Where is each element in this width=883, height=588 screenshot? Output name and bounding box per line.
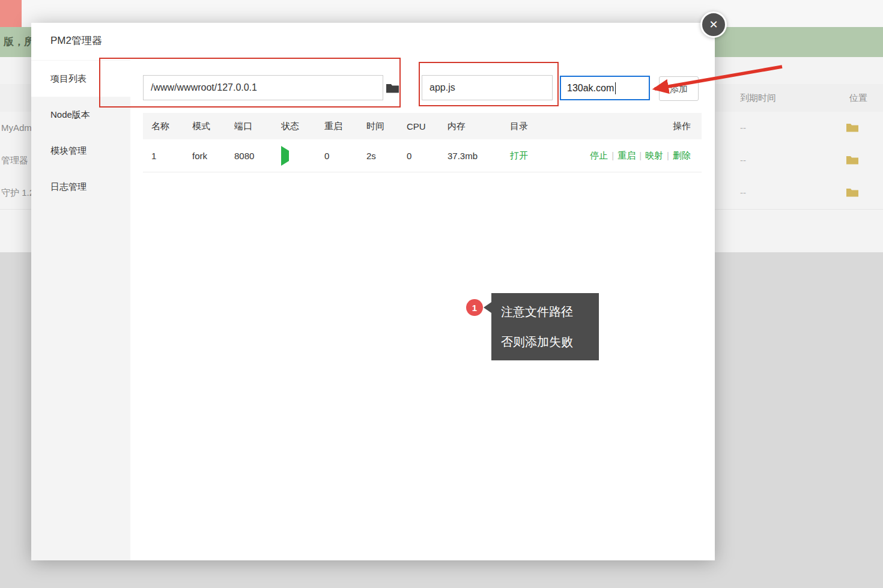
delete-action-link[interactable]: 删除 — [673, 150, 691, 160]
cell-name: 1 — [151, 151, 192, 161]
folder-icon — [846, 187, 859, 198]
bg-row-expire: -- — [740, 177, 746, 209]
cell-memory: 37.3mb — [448, 151, 510, 161]
action-separator: | — [611, 150, 614, 160]
cell-restarts: 0 — [324, 151, 366, 161]
running-status-icon — [281, 146, 289, 166]
restart-action-link[interactable]: 重启 — [617, 150, 636, 160]
bg-row-name: 守护 1.2 — [1, 177, 34, 209]
annotation-step-badge: 1 — [466, 299, 483, 316]
col-mode: 模式 — [192, 121, 234, 132]
cell-mode: fork — [192, 151, 234, 161]
bg-header-location: 位置 — [849, 84, 867, 112]
cell-uptime: 2s — [366, 151, 407, 161]
col-name: 名称 — [151, 121, 192, 132]
cell-port: 8080 — [234, 151, 281, 161]
sidebar-item-module-management[interactable]: 模块管理 — [31, 133, 130, 169]
stop-action-link[interactable]: 停止 — [590, 150, 608, 160]
action-separator: | — [639, 150, 642, 160]
folder-icon — [846, 155, 859, 165]
col-directory: 目录 — [510, 121, 673, 132]
col-restart: 重启 — [324, 121, 366, 132]
bg-row-name: MyAdm — [1, 112, 32, 144]
bg-header-expire: 到期时间 — [740, 84, 776, 112]
process-table-row: 1 fork 8080 0 2s 0 37.3mb 打开 停止|重启|映射|删除 — [143, 139, 702, 172]
page-root: 版，所 到期时间 位置 MyAdm -- 管理器 -- 守护 1.2 -- PM… — [0, 0, 883, 588]
text-caret — [615, 82, 616, 94]
cell-directory: 打开 — [510, 150, 590, 162]
sidebar-item-log-management[interactable]: 日志管理 — [31, 169, 130, 205]
cell-status — [281, 151, 324, 161]
bg-row-name: 管理器 — [1, 144, 28, 177]
browse-folder-icon[interactable] — [386, 83, 399, 94]
bg-row-expire: -- — [740, 144, 746, 177]
process-table-header: 名称 模式 端口 状态 重启 时间 CPU 内存 目录 操作 — [143, 113, 702, 139]
modal-title: PM2管理器 — [50, 34, 102, 47]
annotation-tooltip: 注意文件路径 否则添加失败 — [491, 293, 599, 360]
col-cpu: CPU — [407, 121, 448, 132]
col-memory: 内存 — [448, 121, 510, 132]
sidebar-item-node-version[interactable]: Node版本 — [31, 97, 130, 133]
bg-red-element — [0, 0, 22, 27]
project-name-input[interactable]: 130ak.com — [560, 76, 650, 100]
modal-close-button[interactable]: ✕ — [700, 11, 727, 38]
project-name-value: 130ak.com — [567, 83, 614, 94]
pm2-manager-modal — [31, 23, 715, 560]
open-directory-link[interactable]: 打开 — [510, 150, 528, 160]
tooltip-line-1: 注意文件路径 — [501, 304, 589, 320]
tooltip-pointer — [484, 302, 491, 313]
col-status: 状态 — [281, 121, 324, 132]
cell-cpu: 0 — [407, 151, 448, 161]
tooltip-line-2: 否则添加失败 — [501, 334, 589, 350]
cell-actions: 停止|重启|映射|删除 — [590, 150, 691, 162]
col-port: 端口 — [234, 121, 281, 132]
project-path-input[interactable] — [143, 75, 383, 100]
col-actions: 操作 — [673, 121, 691, 132]
startup-script-input[interactable] — [422, 75, 553, 100]
bg-row-expire: -- — [740, 112, 746, 144]
close-icon: ✕ — [709, 19, 718, 30]
action-separator: | — [667, 150, 669, 160]
col-time: 时间 — [366, 121, 407, 132]
map-action-link[interactable]: 映射 — [645, 150, 663, 160]
folder-icon — [846, 123, 859, 133]
sidebar-item-project-list[interactable]: 项目列表 — [31, 61, 130, 97]
bg-banner-text: 版，所 — [4, 36, 34, 47]
add-button[interactable]: 添加 — [659, 76, 699, 101]
